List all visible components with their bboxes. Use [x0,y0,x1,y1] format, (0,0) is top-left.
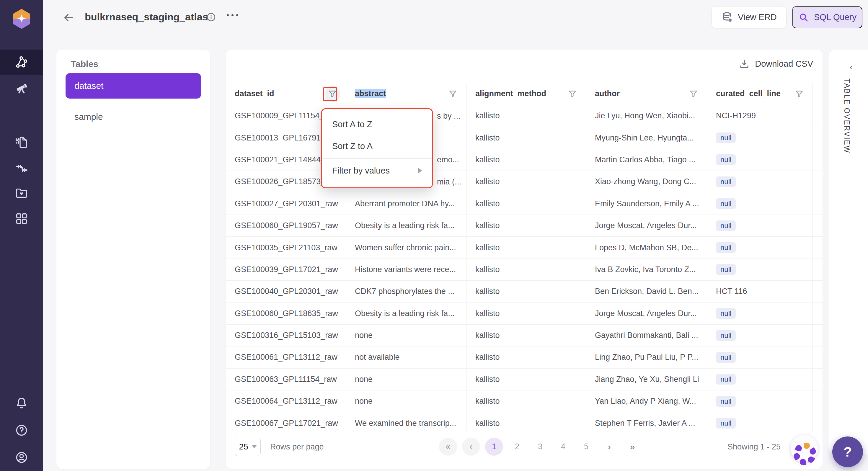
column-header-abstract[interactable]: abstract [346,83,466,105]
cell-dataset-id[interactable]: GSE100027_GPL20301_raw [226,193,346,215]
cell-dataset-id[interactable]: GSE100316_GPL15103_raw [226,325,346,346]
cell-curated-cell-line[interactable]: null [707,171,813,192]
cell-abstract[interactable]: Histone variants were rece... [346,259,466,280]
column-header-alignment_method[interactable]: alignment_method [466,83,586,105]
cell-author[interactable]: Gayathri Bommakanti, Bali ... [586,325,707,346]
cell-dataset-id[interactable]: GSE100060_GPL18635_raw [226,303,346,324]
table-list-item-dataset[interactable]: dataset [66,73,201,99]
cell-abstract[interactable]: Aberrant promoter DNA hy... [346,193,466,215]
cell-author[interactable]: Jie Lyu, Hong Wen, Xiaobi... [586,105,707,127]
cell-curated-cell-line[interactable]: null [707,193,813,215]
cell-abstract[interactable]: Obesity is a leading risk fa... [346,215,466,237]
cell-abstract[interactable]: Women suffer chronic pain... [346,237,466,258]
cell-curated-cell-line[interactable]: null [707,369,813,390]
cell-author[interactable]: Lopes D, McMahon SB, De... [586,237,707,258]
table-row[interactable]: GSE100060_GPL18635_rawObesity is a leadi… [226,303,823,325]
cell-author[interactable]: Yan Liao, Andy P Xiang, W... [586,390,707,412]
cell-dataset-id[interactable]: GSE100040_GPL20301_raw [226,281,346,302]
cell-curated-cell-line[interactable]: null [707,346,813,368]
sidebar-item-pipeline[interactable] [0,155,43,181]
cell-dataset-id[interactable]: GSE100064_GPL13112_raw [226,390,346,412]
table-row[interactable]: GSE100061_GPL13112_rawnot availablekalli… [226,346,823,368]
cell-author[interactable]: Stephen T Ferris, Javier A ... [586,412,707,431]
cell-author[interactable]: Myung-Shin Lee, Hyungta... [586,127,707,149]
cell-curated-cell-line[interactable]: null [707,259,813,280]
cell-curated-cell-line[interactable]: NCI-H1299 [707,105,813,127]
back-button[interactable] [62,11,75,24]
cell-alignment-method[interactable]: kallisto [466,259,586,280]
cell-dataset-id[interactable]: GSE100061_GPL13112_raw [226,346,346,368]
cell-abstract[interactable]: not available [346,346,466,368]
cell-curated-cell-line[interactable]: HCT 116 [707,281,813,302]
table-row[interactable]: GSE100039_GPL17021_rawHistone variants w… [226,259,823,281]
cell-alignment-method[interactable]: kallisto [466,346,586,368]
sidebar-item-graph[interactable] [0,50,43,75]
cell-alignment-method[interactable]: kallisto [466,237,586,258]
cell-author[interactable]: Emily Saunderson, Emily A ... [586,193,707,215]
cell-abstract[interactable]: none [346,325,466,346]
collapse-chevron-icon[interactable]: ‹ [850,62,852,72]
table-row[interactable]: GSE100063_GPL11154_rawnonekallistoJiang … [226,369,823,390]
table-row[interactable]: GSE100035_GPL21103_rawWomen suffer chron… [226,237,823,258]
cell-alignment-method[interactable]: kallisto [466,281,586,302]
cell-abstract[interactable]: We examined the transcrip... [346,412,466,431]
table-row[interactable]: GSE100040_GPL20301_rawCDK7 phosphorylate… [226,281,823,303]
cell-author[interactable]: Xiao-zhong Wang, Dong C... [586,171,707,192]
cell-alignment-method[interactable]: kallisto [466,369,586,390]
column-filter-button[interactable] [686,86,702,102]
cell-author[interactable]: Jorge Moscat, Angeles Dur... [586,303,707,324]
cell-dataset-id[interactable]: GSE100039_GPL17021_raw [226,259,346,280]
cell-curated-cell-line[interactable]: null [707,325,813,346]
column-filter-button[interactable] [445,86,461,102]
page-button-1[interactable]: 1 [485,438,503,456]
sidebar-item-account[interactable] [0,444,43,471]
cell-dataset-id[interactable]: GSE100067_GPL17021_raw [226,412,346,431]
cell-alignment-method[interactable]: kallisto [466,390,586,412]
cell-alignment-method[interactable]: kallisto [466,127,586,149]
menu-item-sort-desc[interactable]: Sort Z to A [322,135,432,157]
cell-abstract[interactable]: none [346,369,466,390]
first-page-button[interactable]: « [439,438,457,456]
cell-author[interactable]: Jiang Zhao, Ye Xu, Shengli Li [586,369,707,390]
cell-abstract[interactable]: CDK7 phosphorylates the ... [346,281,466,302]
cell-curated-cell-line[interactable]: null [707,237,813,258]
sidebar-item-folder-favorites[interactable] [0,181,43,206]
cell-curated-cell-line[interactable]: null [707,390,813,412]
cell-author[interactable]: Ling Zhao, Pu Paul Liu, P P... [586,346,707,368]
page-button-3[interactable]: 3 [531,438,549,456]
cell-author[interactable]: Martin Carlos Abba, Tiago ... [586,149,707,170]
cell-author[interactable]: Iva B Zovkic, Iva Toronto Z... [586,259,707,280]
cell-alignment-method[interactable]: kallisto [466,325,586,346]
sidebar-item-apps[interactable] [0,206,43,231]
column-header-author[interactable]: author [586,83,707,105]
cell-alignment-method[interactable]: kallisto [466,193,586,215]
menu-item-sort-asc[interactable]: Sort A to Z [322,113,432,135]
previous-page-button[interactable]: ‹ [462,438,480,456]
cell-curated-cell-line[interactable]: null [707,412,813,431]
table-row[interactable]: GSE100316_GPL15103_rawnonekallistoGayath… [226,325,823,346]
cell-alignment-method[interactable]: kallisto [466,215,586,237]
table-row[interactable]: GSE100027_GPL20301_rawAberrant promoter … [226,193,823,215]
cell-alignment-method[interactable]: kallisto [466,105,586,127]
last-page-button[interactable]: » [623,438,641,456]
menu-item-filter-by-values[interactable]: Filter by values [322,160,432,182]
table-row[interactable]: GSE100026_GPL18573_rawmia (...kallistoXi… [226,171,823,193]
cell-curated-cell-line[interactable]: null [707,303,813,324]
page-button-5[interactable]: 5 [577,438,595,456]
cell-curated-cell-line[interactable]: null [707,127,813,149]
table-row[interactable]: GSE100021_GPL14844_rawemo...kallistoMart… [226,149,823,171]
table-row[interactable]: GSE100067_GPL17021_rawWe examined the tr… [226,412,823,431]
help-fab-button[interactable]: ? [832,437,863,467]
sidebar-item-file-settings[interactable] [0,130,43,155]
view-erd-button[interactable]: View ERD [712,6,786,28]
sidebar-item-help[interactable] [0,417,43,444]
download-csv-button[interactable]: Download CSV [739,58,813,69]
info-icon[interactable] [206,12,216,23]
sidebar-item-telescope[interactable] [0,75,43,100]
app-logo[interactable]: ✦ [12,9,31,29]
cell-abstract[interactable]: Obesity is a leading risk fa... [346,303,466,324]
cell-dataset-id[interactable]: GSE100063_GPL11154_raw [226,369,346,390]
cell-author[interactable]: Jorge Moscat, Angeles Dur... [586,215,707,237]
cell-alignment-method[interactable]: kallisto [466,412,586,431]
sidebar-item-notifications[interactable] [0,389,43,417]
